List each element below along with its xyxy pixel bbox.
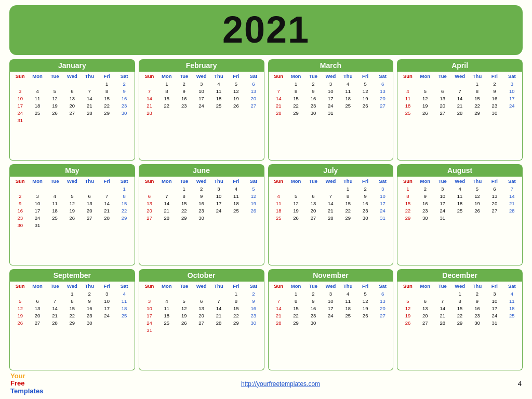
dow-cell-fri: Fri (98, 73, 115, 79)
dow-cell-fri: Fri (228, 73, 245, 79)
month-name: October (139, 269, 264, 282)
day-cell: 27 (29, 319, 46, 326)
day-cell: 4 (115, 290, 132, 297)
day-cell: 9 (356, 192, 374, 200)
dow-cell-thu: Thu (81, 283, 98, 289)
dow-cell-wed: Wed (63, 178, 81, 184)
day-cell: 24 (486, 312, 503, 319)
day-cell: 12 (46, 95, 63, 102)
day-cell: 30 (304, 109, 322, 116)
calendar-grid: JanuarySunMonTueWedThuFriSat123456789101… (9, 59, 523, 370)
day-cell: 9 (469, 297, 486, 304)
day-cell: 9 (304, 297, 322, 304)
day-cell: 19 (469, 200, 486, 207)
footer-page: 4 (518, 380, 522, 388)
day-cell: 8 (158, 87, 175, 95)
month-name: September (9, 269, 135, 282)
day-cell: 10 (193, 87, 210, 95)
dow-cell-mon: Mon (29, 283, 46, 289)
day-empty (176, 290, 193, 297)
day-cell: 15 (63, 304, 81, 312)
dow-row: SunMonTueWedThuFriSat (141, 283, 262, 289)
day-cell: 3 (98, 290, 115, 297)
day-cell: 6 (374, 290, 391, 297)
day-cell: 27 (417, 319, 434, 326)
day-cell: 10 (210, 192, 227, 200)
day-cell: 14 (98, 200, 115, 207)
day-cell: 5 (469, 185, 486, 192)
day-cell: 13 (63, 95, 81, 102)
dow-cell-thu: Thu (339, 178, 356, 184)
dow-cell-mon: Mon (417, 178, 434, 184)
day-cell: 20 (304, 207, 322, 214)
day-cell: 10 (11, 95, 29, 102)
day-cell: 30 (11, 221, 29, 229)
logo-templates: Templates (10, 388, 43, 395)
day-cell: 4 (158, 297, 175, 304)
day-empty (98, 185, 115, 192)
day-empty (270, 185, 287, 192)
day-cell: 30 (193, 214, 210, 221)
day-cell: 19 (356, 95, 374, 102)
day-cell: 22 (339, 207, 356, 214)
day-cell: 6 (245, 80, 262, 87)
day-cell: 14 (210, 304, 227, 312)
day-cell: 17 (322, 304, 339, 312)
day-cell: 12 (63, 200, 81, 207)
day-cell: 9 (176, 87, 193, 95)
day-cell: 17 (98, 304, 115, 312)
day-cell: 7 (503, 185, 521, 192)
day-cell: 10 (434, 192, 451, 200)
day-cell: 17 (29, 207, 46, 214)
day-cell: 7 (451, 87, 468, 95)
day-cell: 22 (287, 312, 304, 319)
day-cell: 27 (304, 214, 322, 221)
dow-cell-sat: Sat (115, 283, 132, 289)
dow-cell-fri: Fri (98, 178, 115, 184)
day-cell: 11 (451, 192, 468, 200)
day-cell: 30 (469, 319, 486, 326)
day-cell: 27 (245, 102, 262, 109)
dow-cell-mon: Mon (29, 178, 46, 184)
footer-url[interactable]: http://yourfreetemplates.com (241, 380, 320, 388)
day-cell: 31 (322, 109, 339, 116)
day-cell: 28 (322, 214, 339, 221)
day-cell: 20 (63, 102, 81, 109)
day-cell: 12 (11, 304, 29, 312)
dow-cell-wed: Wed (322, 178, 339, 184)
dow-cell-sat: Sat (503, 178, 521, 184)
days-grid: 1234567891011121314151617181920212223242… (399, 185, 521, 221)
dow-cell-sun: Sun (141, 178, 158, 184)
day-cell: 5 (63, 192, 81, 200)
day-empty (434, 290, 451, 297)
day-cell: 25 (158, 319, 175, 326)
day-cell: 7 (81, 87, 98, 95)
dow-cell-wed: Wed (322, 73, 339, 79)
day-empty (287, 185, 304, 192)
day-cell: 29 (228, 319, 245, 326)
dow-cell-sat: Sat (503, 283, 521, 289)
month-name: January (9, 59, 135, 72)
day-cell: 21 (81, 102, 98, 109)
dow-row: SunMonTueWedThuFriSat (11, 283, 133, 289)
day-empty (63, 80, 81, 87)
logo-your: Your (10, 373, 43, 380)
day-cell: 18 (115, 304, 132, 312)
dow-cell-sat: Sat (503, 73, 521, 79)
day-cell: 29 (176, 214, 193, 221)
day-cell: 16 (304, 304, 322, 312)
dow-cell-thu: Thu (210, 73, 227, 79)
day-cell: 4 (339, 290, 356, 297)
day-cell: 3 (322, 290, 339, 297)
day-cell: 12 (176, 304, 193, 312)
days-grid: 1234567891011121314151617181920212223242… (141, 185, 262, 221)
dow-cell-fri: Fri (228, 283, 245, 289)
day-cell: 5 (11, 297, 29, 304)
day-cell: 24 (98, 312, 115, 319)
day-cell: 3 (322, 80, 339, 87)
day-empty (11, 185, 29, 192)
day-cell: 27 (374, 312, 391, 319)
day-cell: 18 (158, 312, 175, 319)
dow-cell-tue: Tue (46, 178, 63, 184)
day-cell: 2 (486, 80, 503, 87)
